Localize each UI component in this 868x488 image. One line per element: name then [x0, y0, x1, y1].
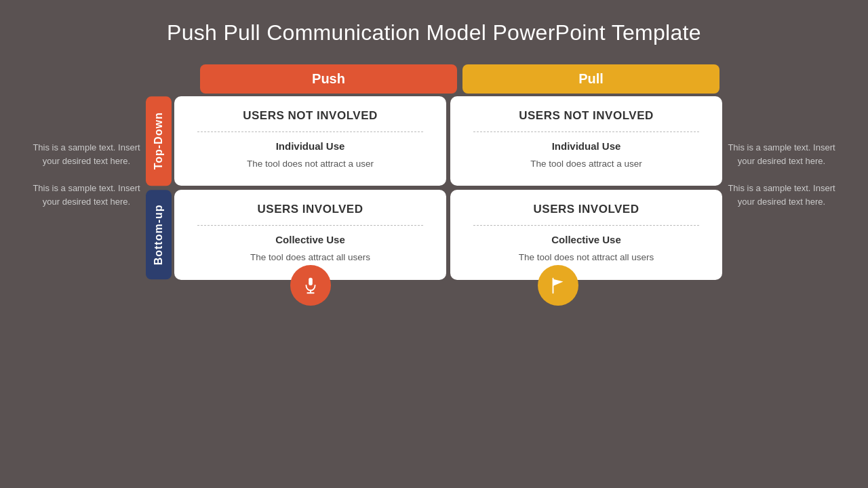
push-header: Push	[200, 64, 457, 94]
svg-rect-0	[309, 277, 313, 285]
left-top-text: This is a sample text. Insert your desir…	[27, 141, 146, 168]
cell-push-top: USERS NOT INVOLVED Individual Use The to…	[174, 96, 446, 186]
cell-push-top-body: The tool does not attract a user	[247, 157, 374, 171]
cell-pull-bottom-title: USERS INVOLVED	[534, 202, 639, 217]
cell-push-top-subtitle: Individual Use	[276, 140, 345, 152]
divider	[197, 131, 422, 132]
row-labels: Top-Down Bottom-up	[146, 96, 172, 280]
center-block: Push Pull Top-Down Bottom-up USERS NOT I…	[146, 64, 722, 306]
cell-push-bottom-subtitle: Collective Use	[275, 234, 345, 245]
right-top-text: This is a sample text. Insert your desir…	[722, 141, 841, 168]
cell-pull-top-title: USERS NOT INVOLVED	[519, 108, 654, 123]
main-content: This is a sample text. Insert your desir…	[27, 64, 841, 306]
grid-body: Top-Down Bottom-up USERS NOT INVOLVED In…	[146, 96, 722, 280]
left-bottom-text: This is a sample text. Insert your desir…	[27, 182, 146, 209]
grid-cells: USERS NOT INVOLVED Individual Use The to…	[174, 96, 722, 280]
divider	[473, 131, 698, 132]
divider	[473, 225, 698, 226]
header-row: Push Pull	[146, 64, 722, 94]
grid-row-top: USERS NOT INVOLVED Individual Use The to…	[174, 96, 722, 186]
cell-push-top-title: USERS NOT INVOLVED	[243, 108, 378, 123]
cell-pull-bottom-subtitle: Collective Use	[551, 234, 621, 245]
divider	[197, 225, 422, 226]
cell-pull-bottom-body: The tool does not attract all users	[519, 251, 654, 264]
pull-icon	[548, 275, 568, 296]
cell-pull-top-body: The tool does attract a user	[530, 157, 642, 171]
cell-pull-top: USERS NOT INVOLVED Individual Use The to…	[450, 96, 722, 186]
cell-pull-top-subtitle: Individual Use	[552, 140, 621, 152]
pull-icon-circle	[538, 265, 578, 306]
pull-header: Pull	[462, 64, 719, 94]
cell-push-bottom-title: USERS INVOLVED	[258, 202, 363, 217]
push-icon	[300, 275, 321, 296]
right-bottom-text: This is a sample text. Insert your desir…	[722, 182, 841, 209]
icon-row	[146, 265, 722, 306]
cell-push-bottom-body: The tool does attract all users	[250, 251, 370, 264]
page-title: Push Pull Communication Model PowerPoint…	[167, 20, 701, 45]
top-down-label: Top-Down	[146, 96, 172, 186]
push-icon-circle	[290, 265, 331, 306]
